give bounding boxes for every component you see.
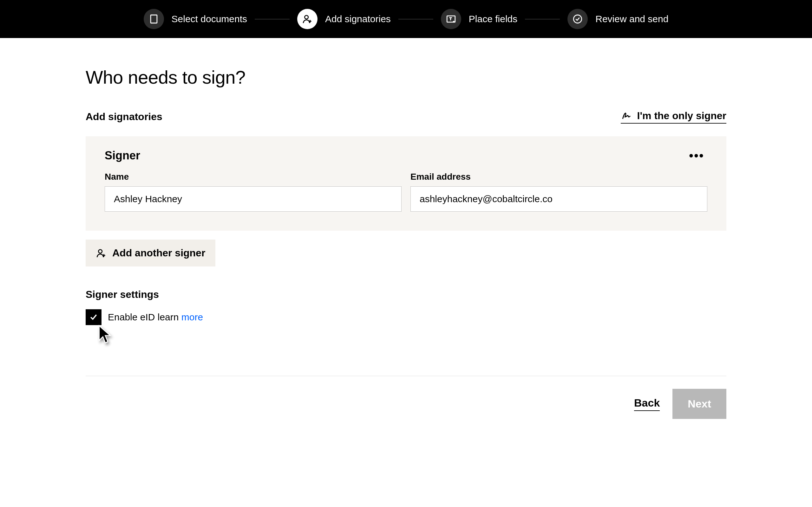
cursor-icon [98,325,113,344]
add-another-signer-button[interactable]: Add another signer [86,239,215,267]
only-signer-link[interactable]: I'm the only signer [621,110,726,124]
email-input[interactable] [410,186,707,212]
step-label: Place fields [469,14,517,24]
signature-icon [621,110,632,122]
step-place-fields[interactable]: Place fields [441,9,517,29]
name-input[interactable] [105,186,402,212]
step-add-signatories[interactable]: Add signatories [297,9,391,29]
add-person-icon [297,9,317,29]
footer-divider [86,376,726,376]
back-button[interactable]: Back [634,397,660,411]
enable-eid-row: Enable eID learn more [86,309,726,325]
learn-more-link[interactable]: more [182,312,203,322]
svg-point-1 [305,15,308,19]
step-divider [255,19,290,19]
step-label: Review and send [595,14,668,24]
signer-title: Signer [105,149,140,162]
section-header-row: Add signatories I'm the only signer [86,110,726,124]
next-button[interactable]: Next [672,389,726,419]
email-label: Email address [410,172,707,182]
document-icon [144,9,164,29]
footer-buttons: Back Next [86,389,726,438]
text-field-icon [441,9,461,29]
fields-row: Name Email address [105,172,707,212]
add-signatories-title: Add signatories [86,111,162,123]
svg-point-10 [99,249,102,253]
svg-point-9 [574,15,582,23]
add-person-icon [96,248,107,259]
enable-eid-label: Enable eID learn [108,312,182,322]
step-review-send[interactable]: Review and send [567,9,668,29]
page-title: Who needs to sign? [86,66,726,88]
main-content: Who needs to sign? Add signatories I'm t… [67,38,745,325]
check-circle-icon [567,9,588,29]
step-divider [525,19,560,19]
only-signer-label: I'm the only signer [637,110,726,122]
check-icon [89,313,98,322]
name-label: Name [105,172,402,182]
stepper: Select documents Add signatories Place f… [0,0,812,38]
enable-eid-checkbox[interactable] [86,309,101,325]
add-another-label: Add another signer [112,247,205,259]
step-divider [398,19,433,19]
signer-header: Signer ••• [105,149,707,162]
more-options-icon[interactable]: ••• [686,149,707,162]
signer-settings-title: Signer settings [86,289,726,300]
enable-eid-text: Enable eID learn more [108,312,203,323]
signer-card: Signer ••• Name Email address [86,136,726,231]
footer: Back Next [67,376,745,438]
step-label: Add signatories [325,14,391,24]
email-field-col: Email address [410,172,707,212]
step-label: Select documents [171,14,247,24]
name-field-col: Name [105,172,402,212]
step-select-documents[interactable]: Select documents [144,9,247,29]
svg-rect-0 [151,15,157,23]
